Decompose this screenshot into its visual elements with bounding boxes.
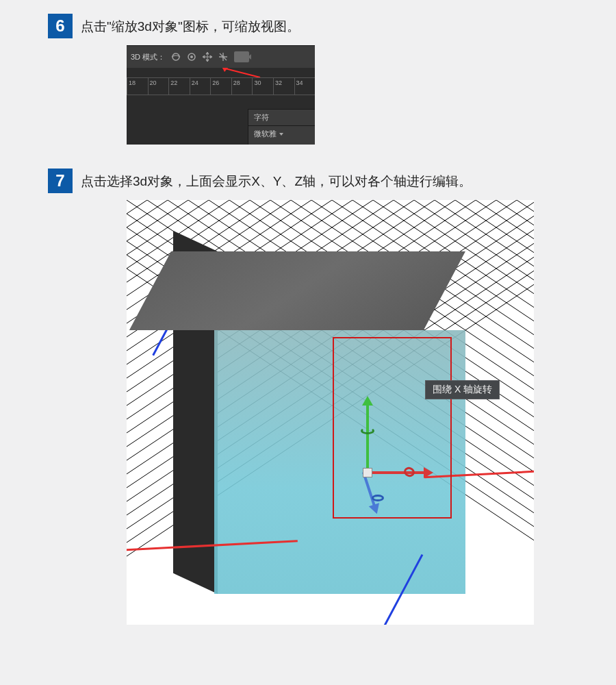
step-7: 7 点击选择3d对象，上面会显示X、Y、Z轴，可以对各个轴进行编辑。 [0,169,616,193]
mode-label: 3D 模式： [131,52,165,62]
font-dropdown[interactable]: 微软雅 [248,126,315,142]
roll-3d-icon[interactable] [186,51,197,62]
x-axis-handle[interactable] [369,471,424,474]
gizmo-origin-icon[interactable] [363,468,372,477]
character-panel: 字符 微软雅 [248,109,315,145]
step-6-text: 点击"缩放3d对象"图标，可缩放视图。 [81,14,300,38]
ruler-tick: 26 [212,79,219,86]
ruler-tick: 18 [129,79,136,86]
3d-viewport[interactable]: 围绕 X 轴旋转 [127,200,534,625]
ruler-tick: 34 [296,79,303,86]
cube-face-top [129,251,465,330]
slide-3d-icon[interactable] [218,51,229,62]
ruler-tick: 32 [275,79,282,86]
svg-point-0 [172,53,179,60]
scale-3d-camera-icon[interactable] [233,51,250,62]
3d-gizmo[interactable] [346,392,448,515]
svg-line-29 [496,200,534,625]
svg-line-30 [517,200,534,625]
svg-line-4 [222,68,260,77]
svg-line-28 [476,200,534,625]
x-axis-rotate-handle[interactable] [402,466,416,479]
photoshop-3d-toolbar: 3D 模式： [127,45,315,145]
toolbar-icon-group [170,51,250,62]
ruler-tick: 20 [150,79,157,86]
step-number-badge: 7 [48,169,73,193]
z-axis-rotate-handle[interactable] [372,495,384,501]
character-panel-tab[interactable]: 字符 [248,110,315,126]
toolbar-row: 3D 模式： [127,46,315,68]
svg-line-55 [127,200,168,625]
y-axis-handle[interactable] [366,406,369,474]
ruler-tick: 24 [192,79,198,86]
step-number-badge: 6 [48,14,73,38]
y-axis-rotate-handle[interactable] [361,427,374,434]
ruler-tick: 30 [254,79,261,86]
pan-3d-icon[interactable] [202,51,213,62]
step-6: 6 点击"缩放3d对象"图标，可缩放视图。 [0,14,616,38]
ruler-tick: 28 [233,79,240,86]
svg-marker-5 [222,68,228,72]
orbit-3d-icon[interactable] [170,51,181,62]
step-6-screenshot: 3D 模式： [0,45,616,145]
gizmo-tooltip: 围绕 X 轴旋转 [425,380,500,399]
svg-point-3 [222,55,224,58]
step-7-text: 点击选择3d对象，上面会显示X、Y、Z轴，可以对各个轴进行编辑。 [81,169,472,192]
chevron-down-icon [279,133,283,136]
font-name: 微软雅 [254,129,277,139]
svg-point-2 [190,55,193,58]
step-7-screenshot: 围绕 X 轴旋转 [0,200,616,625]
ruler: 18 20 22 24 26 28 30 32 34 [127,77,315,95]
ruler-tick: 22 [170,79,177,86]
